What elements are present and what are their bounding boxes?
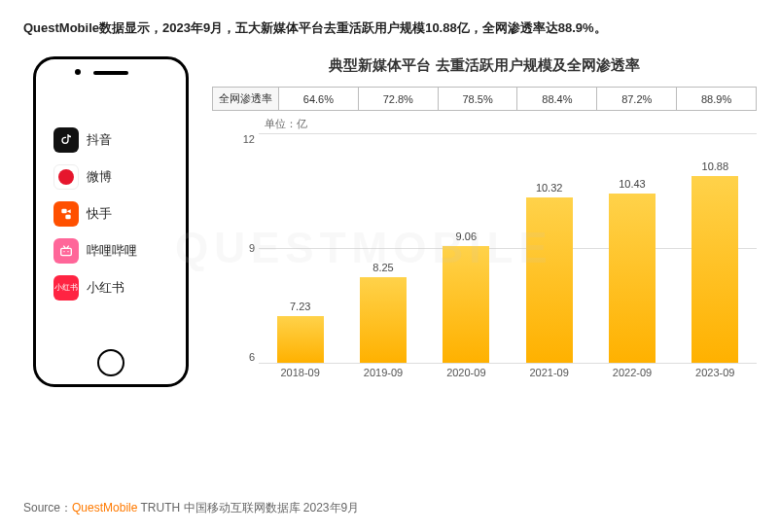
bars-row: 7.238.259.0610.3210.4310.88 [259,133,757,363]
xiaohongshu-icon: 小红书 [53,275,79,301]
bar-value-label: 8.25 [372,262,393,273]
bar [609,194,656,363]
app-bilibili: 哔哩哔哩 [53,238,168,264]
phone-speaker [93,71,128,75]
bar-value-label: 10.43 [619,178,646,190]
app-xiaohongshu: 小红书 小红书 [53,275,168,301]
app-douyin: 抖音 [53,127,168,153]
svg-rect-1 [65,215,70,220]
rate-cell: 78.5% [438,88,517,111]
rate-cell: 88.4% [517,88,597,111]
app-label: 快手 [87,205,112,223]
app-label: 哔哩哔哩 [87,242,137,260]
y-tick: 6 [230,351,255,363]
x-tick-label: 2019-09 [341,363,424,386]
rate-label-cell: 全网渗透率 [213,88,279,111]
kuaishou-icon [53,201,79,227]
bar [277,316,324,363]
penetration-rate-table: 全网渗透率 64.6% 72.8% 78.5% 88.4% 87.2% 88.9… [212,87,757,111]
source-brand: QuestMobile [72,501,137,514]
x-tick-label: 2023-09 [674,363,757,386]
source-line: Source：QuestMobile TRUTH 中国移动互联网数据库 2023… [23,500,359,516]
bar-value-label: 9.06 [456,231,477,242]
page-headline: QuestMobile数据显示，2023年9月，五大新媒体平台去重活跃用户规模1… [23,19,757,37]
rate-cell: 72.8% [358,88,438,111]
rate-cell: 87.2% [597,88,677,111]
unit-label: 单位：亿 [265,117,757,131]
content-row: 抖音 微博 快手 哔哩哔哩 小红书 [23,56,757,387]
table-row: 全网渗透率 64.6% 72.8% 78.5% 88.4% 87.2% 88.9… [213,88,757,111]
source-rest: TRUTH 中国移动互联网数据库 2023年9月 [137,501,359,514]
svg-rect-2 [61,248,72,255]
app-kuaishou: 快手 [53,201,168,227]
source-prefix: Source： [23,501,72,514]
bar-col: 10.88 [674,133,757,363]
svg-rect-0 [61,209,66,214]
x-tick-label: 2022-09 [590,363,673,386]
bar-col: 9.06 [425,133,508,363]
rate-cell: 64.6% [279,88,359,111]
weibo-icon [53,164,79,190]
x-tick-label: 2018-09 [259,363,341,386]
bar-col: 8.25 [341,133,424,363]
phone-home-button-icon [97,349,124,376]
x-tick-label: 2021-09 [508,363,590,386]
bilibili-icon [53,238,79,264]
bar-value-label: 7.23 [290,301,310,312]
bar [526,197,573,363]
app-label: 小红书 [87,279,124,297]
svg-point-3 [63,251,64,252]
chart-container: 典型新媒体平台 去重活跃用户规模及全网渗透率 全网渗透率 64.6% 72.8%… [212,56,757,386]
rate-cell: 88.9% [677,88,757,111]
douyin-icon [53,127,79,153]
bar [691,176,738,363]
bar-value-label: 10.88 [702,160,729,172]
y-tick: 9 [230,242,255,254]
y-tick: 12 [230,133,255,145]
phone-screen: 抖音 微博 快手 哔哩哔哩 小红书 [46,89,176,339]
bar-value-label: 10.32 [536,182,563,194]
chart-title: 典型新媒体平台 去重活跃用户规模及全网渗透率 [212,56,757,75]
bar [360,277,407,364]
app-label: 抖音 [87,131,112,149]
bar [443,246,489,363]
plot-area: 12 9 6 7.238.259.0610.3210.4310.88 2018-… [259,133,757,386]
bar-col: 7.23 [259,133,341,363]
x-axis-labels: 2018-092019-092020-092021-092022-092023-… [259,363,757,386]
phone-mockup: 抖音 微博 快手 哔哩哔哩 小红书 [33,56,189,387]
x-tick-label: 2020-09 [425,363,508,386]
bar-col: 10.32 [508,133,590,363]
phone-camera [75,69,81,75]
app-weibo: 微博 [53,164,168,190]
app-label: 微博 [87,168,112,186]
svg-point-4 [67,251,68,252]
y-axis: 12 9 6 [230,133,255,363]
bar-col: 10.43 [590,133,673,363]
